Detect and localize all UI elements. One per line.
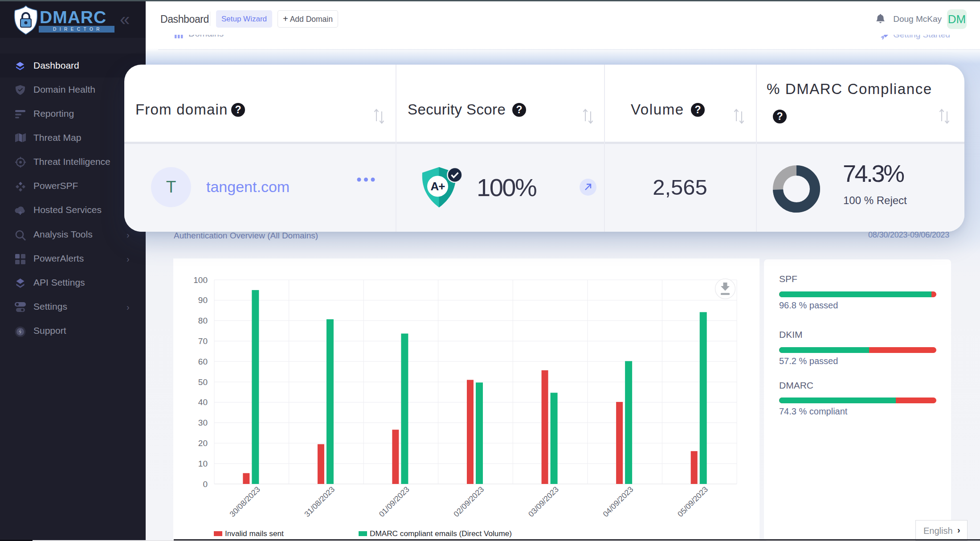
svg-text:60: 60 — [198, 357, 208, 366]
svg-text:A+: A+ — [431, 180, 445, 193]
svg-text:90: 90 — [198, 295, 208, 305]
svg-text:40: 40 — [198, 398, 208, 407]
svg-text:Invalid mails sent: Invalid mails sent — [225, 529, 284, 538]
svg-text:50: 50 — [198, 377, 208, 387]
svg-text:0: 0 — [203, 480, 208, 489]
svg-text:30: 30 — [198, 418, 208, 427]
svg-text:DMARC compliant emails (Direct: DMARC compliant emails (Direct Volume) — [370, 529, 512, 538]
svg-text:10: 10 — [198, 459, 208, 468]
svg-text:100: 100 — [193, 275, 208, 285]
svg-text:20: 20 — [198, 439, 208, 448]
svg-text:70: 70 — [198, 336, 208, 346]
svg-text:80: 80 — [198, 316, 208, 325]
